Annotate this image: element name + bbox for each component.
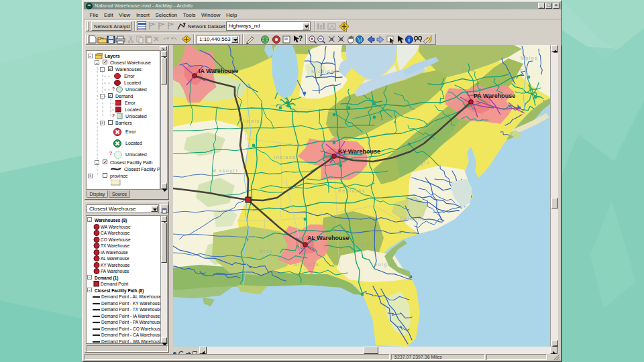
svg-text:Kentucky: Kentucky: [338, 188, 366, 194]
svg-text:Alabama: Alabama: [294, 262, 319, 267]
svg-text:M ssouri: M ssouri: [212, 168, 237, 173]
svg-text:Ohio: Ohio: [353, 115, 367, 119]
svg-text:Miss: Miss: [259, 249, 272, 253]
svg-text:Virgin: Virgin: [412, 160, 430, 166]
svg-text:Michigan: Michigan: [311, 69, 338, 74]
svg-text:AL Warehouse: AL Warehouse: [307, 235, 350, 241]
svg-text:IA Warehouse: IA Warehouse: [199, 68, 238, 74]
svg-text:Indiana: Indiana: [274, 155, 296, 160]
svg-text:Carolina: Carolina: [400, 217, 425, 221]
svg-text:eorgia: eorgia: [374, 262, 393, 267]
svg-text:PA Warehouse: PA Warehouse: [474, 93, 515, 99]
svg-text:York: York: [462, 68, 475, 72]
svg-text:shire: shire: [508, 68, 524, 72]
svg-text:Maine: Maine: [521, 56, 539, 60]
svg-text:Illinois: Illinois: [239, 119, 260, 123]
svg-text:KY Warehouse: KY Warehouse: [338, 148, 380, 155]
svg-text:Georgia: Georgia: [346, 242, 370, 247]
